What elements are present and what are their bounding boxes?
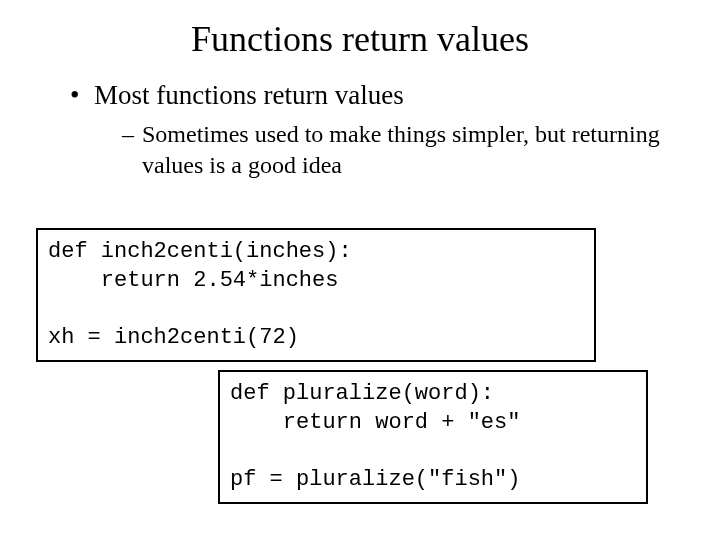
bullet-text: Most functions return values — [94, 80, 404, 110]
sub-bullet-item: Sometimes used to make things simpler, b… — [122, 119, 662, 181]
sub-list: Sometimes used to make things simpler, b… — [122, 119, 720, 181]
slide-title: Functions return values — [0, 18, 720, 60]
bullet-item: Most functions return values Sometimes u… — [70, 78, 720, 181]
bullet-list: Most functions return values Sometimes u… — [70, 78, 720, 181]
code-block-inch2centi: def inch2centi(inches): return 2.54*inch… — [36, 228, 596, 362]
sub-bullet-text: Sometimes used to make things simpler, b… — [142, 121, 660, 178]
code-block-pluralize: def pluralize(word): return word + "es" … — [218, 370, 648, 504]
